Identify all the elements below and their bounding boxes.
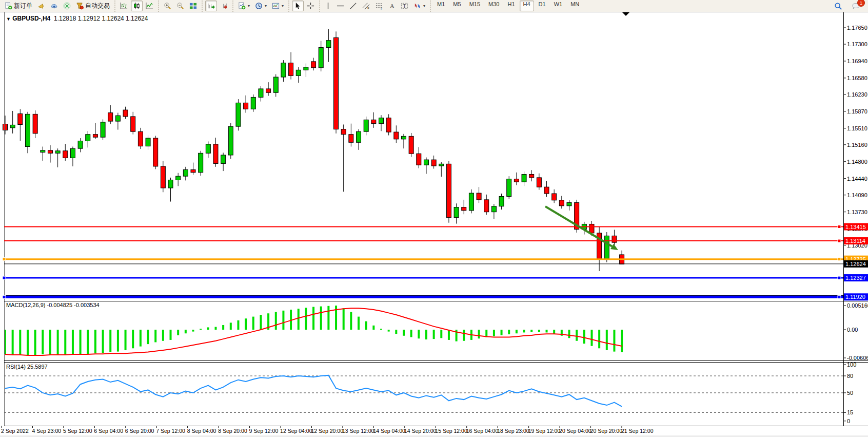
- crosshair-button[interactable]: [305, 1, 317, 11]
- trendline-button[interactable]: [347, 1, 359, 11]
- timeframe-button-w1[interactable]: W1: [550, 1, 566, 11]
- timeframe-button-m15[interactable]: M15: [466, 1, 484, 11]
- date-label: 6 Sep 20:00: [125, 428, 154, 434]
- tile-windows-button[interactable]: [187, 1, 199, 11]
- timeframe-button-m30[interactable]: M30: [485, 1, 503, 11]
- templates-button[interactable]: ▾: [270, 1, 286, 11]
- candle: [191, 169, 195, 172]
- candle: [349, 135, 353, 143]
- chart-shift-icon: [220, 2, 228, 10]
- indicators-button[interactable]: ▾: [236, 1, 252, 11]
- chart-title[interactable]: ▼ GBPUSD-,H4 1.12818 1.12912 1.12624 1.1…: [6, 15, 148, 22]
- candle: [589, 224, 594, 233]
- hline-anchor[interactable]: [3, 276, 6, 279]
- cursor-icon: [294, 2, 302, 10]
- candle: [514, 179, 519, 182]
- hline-anchor[interactable]: [3, 295, 6, 298]
- candle: [394, 132, 399, 139]
- zoom-in-icon: [164, 2, 171, 10]
- candle: [199, 153, 203, 173]
- candle: [289, 63, 293, 76]
- timeframe-button-h1[interactable]: H1: [504, 1, 518, 11]
- date-label: 2 Sep 2022: [1, 428, 29, 434]
- auto-scroll-button[interactable]: [205, 1, 217, 11]
- date-label: 19 Sep 12:00: [528, 428, 561, 434]
- publish-button[interactable]: [48, 1, 60, 11]
- cursor-button[interactable]: [292, 1, 304, 11]
- text-label-button[interactable]: T: [399, 1, 410, 11]
- date-label: 20 Sep 20:00: [590, 428, 623, 434]
- hline-anchor[interactable]: [838, 276, 841, 279]
- candlestick-chart-button[interactable]: [131, 1, 143, 11]
- arrows-icon: [413, 2, 421, 10]
- candle: [101, 122, 105, 137]
- candle: [161, 166, 165, 188]
- autotrade-funnel-icon: [76, 2, 84, 10]
- timeframe-button-m1[interactable]: M1: [433, 1, 448, 11]
- periods-caret-icon: ▾: [265, 4, 267, 8]
- candle: [364, 120, 368, 131]
- price-tick-label: 1.13730: [847, 209, 867, 215]
- price-badge-label: 1.12624: [845, 261, 866, 267]
- date-label: 7 Sep 12:00: [156, 428, 185, 434]
- notifications-button[interactable]: 1: [850, 1, 862, 11]
- date-label: 8 Sep 20:00: [218, 428, 247, 434]
- signal-button[interactable]: [61, 1, 73, 11]
- channel-button[interactable]: E: [360, 1, 372, 11]
- date-label: 8 Sep 04:00: [187, 428, 216, 434]
- line-chart-button[interactable]: [144, 1, 155, 11]
- date-label: 14 Sep 04:00: [373, 428, 405, 434]
- zoom-in-button[interactable]: [162, 1, 173, 11]
- toolbar-group-scroll: [202, 1, 232, 12]
- timeframe-button-d1[interactable]: D1: [535, 1, 549, 11]
- hline-anchor[interactable]: [3, 258, 6, 261]
- candle: [123, 110, 128, 117]
- candle: [78, 141, 83, 149]
- timeframe-button-mn[interactable]: MN: [567, 1, 583, 11]
- rsi-line: [5, 375, 622, 407]
- candle: [296, 70, 301, 75]
- price-badge-label: 1.13114: [845, 238, 865, 244]
- hline-anchor[interactable]: [838, 258, 841, 261]
- candle: [499, 196, 504, 206]
- hline-anchor[interactable]: [838, 295, 841, 298]
- zoom-out-button[interactable]: [174, 1, 186, 11]
- horizontal-line-button[interactable]: [334, 1, 346, 11]
- price-badge-label: 1.13415: [845, 224, 866, 230]
- search-button[interactable]: [832, 1, 844, 11]
- new-order-button[interactable]: 新订单: [3, 1, 34, 11]
- toolbar-group-drawing: E F A T ▾: [319, 1, 430, 12]
- chart-shift-button[interactable]: [218, 1, 230, 11]
- periods-button[interactable]: ▾: [253, 1, 269, 11]
- search-icon: [834, 2, 842, 10]
- bar-chart-button[interactable]: [118, 1, 130, 11]
- arrows-button[interactable]: ▾: [411, 1, 427, 11]
- candle: [108, 113, 113, 121]
- chart-shift-marker-icon[interactable]: [622, 12, 629, 16]
- rsi-axis-label: 50: [847, 390, 853, 396]
- tile-windows-icon: [189, 2, 197, 10]
- candle: [206, 144, 210, 153]
- horn-button[interactable]: [35, 1, 47, 11]
- candle: [371, 120, 376, 123]
- symbol-dropdown-icon[interactable]: ▼: [6, 16, 11, 22]
- hline-anchor[interactable]: [838, 239, 841, 242]
- text-button[interactable]: A: [387, 1, 398, 11]
- candle: [183, 169, 188, 176]
- candle: [612, 236, 617, 242]
- hline-anchor[interactable]: [838, 225, 841, 229]
- toolbar-right: 1: [832, 1, 868, 11]
- candle: [326, 41, 331, 48]
- chart-ohlc-values: 1.12818 1.12912 1.12624 1.12624: [54, 15, 148, 22]
- autotrade-button[interactable]: 自动交易: [74, 1, 112, 11]
- fibonacci-button[interactable]: F: [373, 1, 386, 11]
- candle: [319, 47, 323, 67]
- price-tick-label: 1.16580: [847, 75, 867, 81]
- vertical-line-button[interactable]: [323, 1, 333, 11]
- timeframe-button-m5[interactable]: M5: [449, 1, 464, 11]
- date-label: 4 Sep 23:00: [32, 428, 61, 434]
- candle: [131, 117, 135, 131]
- timeframe-button-h4[interactable]: H4: [520, 1, 534, 11]
- candle: [462, 207, 466, 211]
- svg-text:A: A: [390, 3, 394, 9]
